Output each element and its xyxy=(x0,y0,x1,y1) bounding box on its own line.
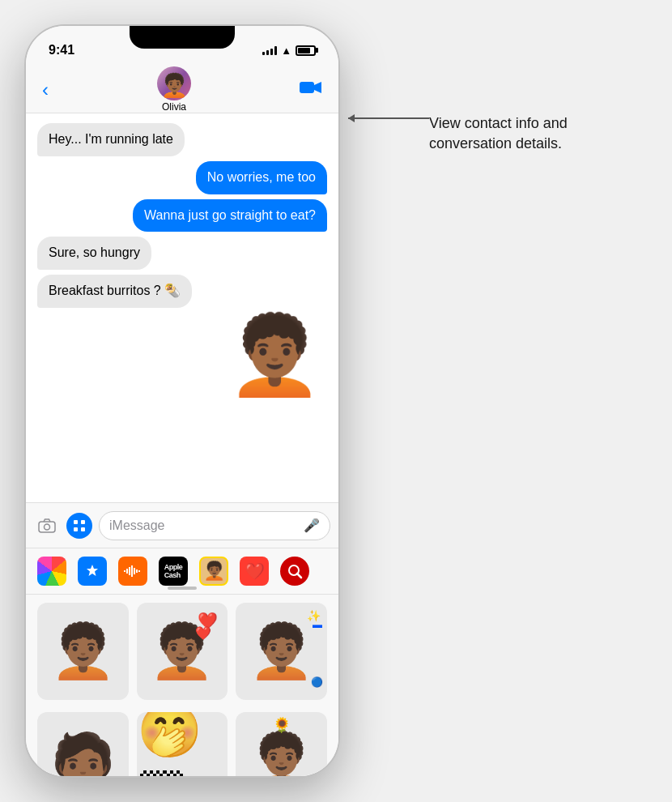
back-chevron-icon: ‹ xyxy=(42,79,49,101)
input-placeholder: iMessage xyxy=(109,518,164,533)
memoji-grid-item-3[interactable]: 🧑🏾‍🦱 ✨ ▬ 🔵 xyxy=(236,603,327,700)
tray-audio-button[interactable] xyxy=(118,557,147,586)
status-icons: ▲ xyxy=(262,45,316,57)
contact-name: Olivia xyxy=(162,101,186,113)
messages-area: Hey... I'm running late No worries, me t… xyxy=(26,113,338,502)
input-area: iMessage 🎤 xyxy=(26,502,338,548)
phone-frame: 9:41 ▲ ‹ 🧑🏾‍🦱 Olivia xyxy=(24,24,340,778)
tray-memoji-button[interactable]: 🧑🏾‍🦱 xyxy=(199,557,228,586)
message-bubble-3: Wanna just go straight to eat? xyxy=(133,199,327,232)
avatar: 🧑🏾‍🦱 xyxy=(157,66,191,100)
annotation: View contact info and conversation detai… xyxy=(429,113,623,154)
svg-rect-0 xyxy=(300,82,314,93)
message-input-field[interactable]: iMessage 🎤 xyxy=(99,511,330,540)
svg-rect-11 xyxy=(134,568,135,574)
video-call-button[interactable] xyxy=(300,79,322,100)
message-bubble-4: Sure, so hungry xyxy=(37,237,151,270)
svg-point-2 xyxy=(45,524,50,530)
svg-rect-4 xyxy=(81,520,85,524)
tray-scroll-indicator xyxy=(168,587,197,590)
battery-icon xyxy=(296,45,316,56)
svg-rect-12 xyxy=(136,570,138,573)
tray-cash-button[interactable]: AppleCash xyxy=(159,557,188,586)
svg-rect-10 xyxy=(131,565,133,577)
tray-stickers-button[interactable]: ❤️ xyxy=(240,557,269,586)
signal-bars-icon xyxy=(262,45,277,55)
memoji-grid-item-6[interactable]: 🧑🏾‍🦱 🌻 xyxy=(236,712,327,778)
avatar-memoji: 🧑🏾‍🦱 xyxy=(160,75,189,97)
back-button[interactable]: ‹ xyxy=(42,79,49,101)
memoji-sticker-sent: 🧑🏾‍🦱 xyxy=(227,313,323,398)
svg-line-15 xyxy=(297,574,301,578)
message-bubble-5: Breakfast burritos ? 🌯 xyxy=(37,275,192,308)
memoji-grid-item-5[interactable]: 🤭🏾 xyxy=(137,712,228,778)
svg-rect-6 xyxy=(81,527,85,531)
notch xyxy=(130,26,235,49)
tray-photos-button[interactable] xyxy=(37,557,66,586)
memoji-sticker-grid: 🧑🏾‍🦱 🧑🏾‍🦱 ❤️ ❤️ 🧑🏾‍🦱 ✨ ▬ 🔵 🧑🏾 🤭🏾 🧑🏾‍🦱 xyxy=(26,595,338,778)
app-tray: AppleCash 🧑🏾‍🦱 ❤️ xyxy=(26,548,338,595)
svg-rect-5 xyxy=(74,527,78,531)
svg-rect-3 xyxy=(74,520,78,524)
status-time: 9:41 xyxy=(49,43,74,58)
memoji-grid-item-4[interactable]: 🧑🏾 xyxy=(37,712,129,778)
tray-appstore-button[interactable] xyxy=(78,557,107,586)
memoji-grid-item-2[interactable]: 🧑🏾‍🦱 ❤️ ❤️ xyxy=(137,603,228,700)
svg-rect-13 xyxy=(138,570,140,572)
apps-drawer-button[interactable] xyxy=(66,513,92,539)
tray-web-button[interactable] xyxy=(280,557,309,586)
wifi-icon: ▲ xyxy=(281,45,291,57)
contact-info-button[interactable]: 🧑🏾‍🦱 Olivia xyxy=(157,66,191,113)
message-bubble-2: No worries, me too xyxy=(196,161,327,194)
annotation-text: View contact info and conversation detai… xyxy=(429,113,623,154)
nav-bar: ‹ 🧑🏾‍🦱 Olivia xyxy=(26,66,338,113)
camera-button[interactable] xyxy=(34,513,60,539)
annotation-line xyxy=(348,117,429,119)
svg-rect-1 xyxy=(39,522,55,532)
message-bubble-1: Hey... I'm running late xyxy=(37,123,185,156)
svg-rect-7 xyxy=(124,570,125,572)
svg-rect-8 xyxy=(126,569,128,574)
svg-rect-9 xyxy=(129,567,130,575)
mic-icon: 🎤 xyxy=(304,518,320,533)
memoji-grid-item-1[interactable]: 🧑🏾‍🦱 xyxy=(37,603,129,700)
